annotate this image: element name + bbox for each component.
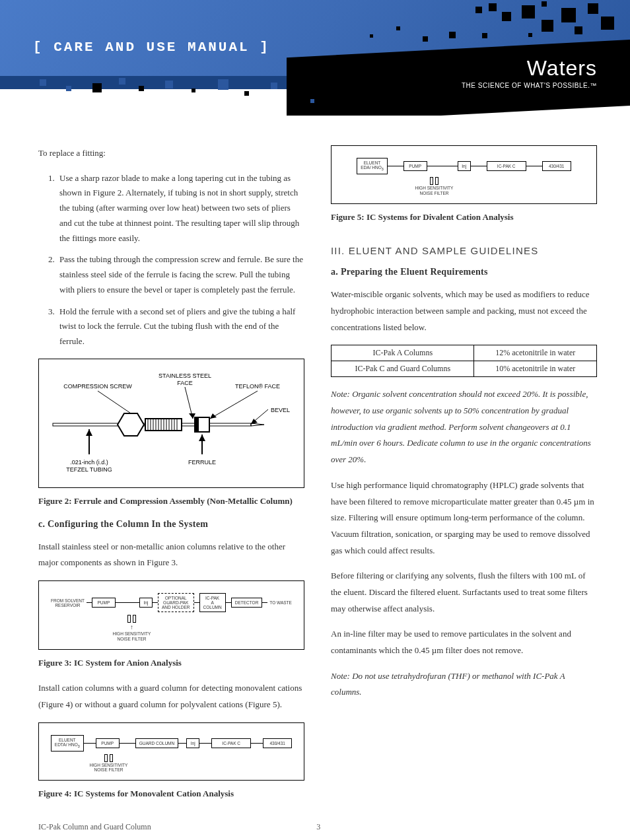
p2: Use high performance liquid chromatograp… [331,477,597,559]
fig5-box-inj: Inj [458,161,471,171]
svg-marker-28 [86,429,92,436]
fig4-box-inj: Inj [186,738,199,748]
fig4-box-icpak: IC-PAK C [211,738,251,748]
p4: An in-line filter may be used to remove … [331,626,597,658]
fig3-left-label: FROM SOLVENTRESERVOIR [49,598,87,608]
table-cell: IC-Pak C and Guard Columns [332,361,474,377]
fig3-box-guard: OPTIONALGUARD-PAKAND HOLDER [158,593,194,612]
svg-text:TEFZEL TUBING: TEFZEL TUBING [66,466,112,473]
label-bevel: BEVEL [271,407,290,413]
svg-marker-30 [199,435,205,441]
brand-logo: Waters THE SCIENCE OF WHAT'S POSSIBLE.™ [462,56,597,89]
label-stainless-face: STAINLESS STEEL [158,372,211,379]
p3: Before filtering or clarifying any solve… [331,568,597,617]
logo-text: Waters [462,56,597,81]
fig4-box-guard: GUARD COLUMN [135,738,178,748]
note-1: Note: Organic solvent concentration shou… [331,386,597,468]
label-teflon-face: TEFLON® FACE [234,383,279,390]
svg-text:FACE: FACE [177,380,193,386]
section-c-heading: c. Configuring the Column In the System [38,519,304,530]
step-item: Pass the tubing through the compression … [57,252,304,297]
fig5-box-icpak: IC-PAK C [487,161,526,171]
figure-3: FROM SOLVENTRESERVOIR PUMP Inj OPTIONALG… [38,580,304,650]
fig3-box-column: IC-PAKACOLUMN [199,593,226,612]
fig4-box-eluent: ELUENTEDTA/ HNO3 [51,735,84,752]
left-column: To replace a fitting: Use a sharp razor … [38,145,304,802]
page-header: [ CARE AND USE MANUAL ] Waters THE SCIEN… [0,0,630,116]
fig3-box-pump: PUMP [92,598,116,608]
page-body: To replace a fitting: Use a sharp razor … [0,116,630,816]
fig3-box-detector: DETECTOR [231,598,263,608]
p1: Water-miscible organic solvents, which m… [331,287,597,335]
table-row: IC-Pak C and Guard Columns 10% acetonitr… [332,361,597,377]
step-item: Hold the ferrule with a second set of pl… [57,304,304,349]
figure-5: ELUENTEDA/ HNO3 PUMP Inj IC-PAK C 430/43… [331,145,597,204]
table-cell: 12% acetonitrile in water [474,345,597,361]
figure-4: ELUENTEDTA/ HNO3 PUMP GUARD COLUMN Inj I… [38,722,304,781]
svg-text:.021-inch (i.d.): .021-inch (i.d.) [70,459,108,466]
steps-list: Use a sharp razor blade to make a long t… [38,171,304,349]
svg-rect-26 [195,417,199,432]
manual-title: [ CARE AND USE MANUAL ] [33,40,270,55]
table-row: IC-Pak A Columns 12% acetonitrile in wat… [332,345,597,361]
right-column: ELUENTEDA/ HNO3 PUMP Inj IC-PAK C 430/43… [331,145,597,802]
intro-text: To replace a fitting: [38,145,304,162]
tagline: THE SCIENCE OF WHAT'S POSSIBLE.™ [462,82,597,89]
section-c-p2: Install cation columns with a guard colu… [38,680,304,713]
svg-marker-6 [210,413,217,419]
concentration-table: IC-Pak A Columns 12% acetonitrile in wat… [331,345,597,377]
ferrule-diagram-svg: COMPRESSION SCREW STAINLESS STEEL FACE T… [46,368,297,481]
fig3-noise-filter: HIGH SENSITIVITYNOISE FILTER [113,631,151,641]
fig5-box-pump: PUMP [403,161,427,171]
note-2: Note: Do not use tetrahydrofuran (THF) o… [331,668,597,701]
figure-4-caption: Figure 4: IC Systems for Monovalent Cati… [38,786,304,802]
label-compression-screw: COMPRESSION SCREW [63,383,132,390]
table-cell: IC-Pak A Columns [332,345,474,361]
fig5-box-eluent: ELUENTEDA/ HNO3 [357,158,387,174]
fig4-box-pump: PUMP [96,738,120,748]
page-number: 3 [151,822,486,832]
svg-line-5 [210,391,258,419]
figure-5-caption: Figure 5: IC Systems for Divalent Cation… [331,209,597,226]
fig5-noise-filter: HIGH SENSITIVITYNOISE FILTER [415,186,454,195]
sub-a-heading: a. Preparing the Eluent Requirements [331,267,597,277]
footer-title: IC-Pak Column and Guard Column [38,822,151,832]
page-footer: IC-Pak Column and Guard Column 3 [0,816,630,840]
step-item: Use a sharp razor blade to make a long t… [57,171,304,246]
fig4-noise-filter: HIGH SENSITIVITYNOISE FILTER [90,763,128,772]
section-c-p1: Install stainless steel or non-metallic … [38,539,304,571]
svg-marker-10 [251,423,264,426]
figure-2: COMPRESSION SCREW STAINLESS STEEL FACE T… [38,359,304,488]
fig3-right-label: TO WASTE [267,600,294,605]
label-ferrule: FERRULE [188,459,215,466]
fig3-box-inj: Inj [139,598,153,608]
section-iii-heading: III. ELUENT AND SAMPLE GUIDELINES [331,245,597,256]
fig5-box-detector: 430/431 [542,161,571,171]
figure-3-caption: Figure 3: IC System for Anion Analysis [38,655,304,672]
svg-marker-11 [118,413,144,436]
table-cell: 10% acetonitrile in water [474,361,597,377]
fig4-box-detector: 430/431 [263,738,292,748]
figure-2-caption: Figure 2: Ferrule and Compression Assemb… [38,493,304,510]
